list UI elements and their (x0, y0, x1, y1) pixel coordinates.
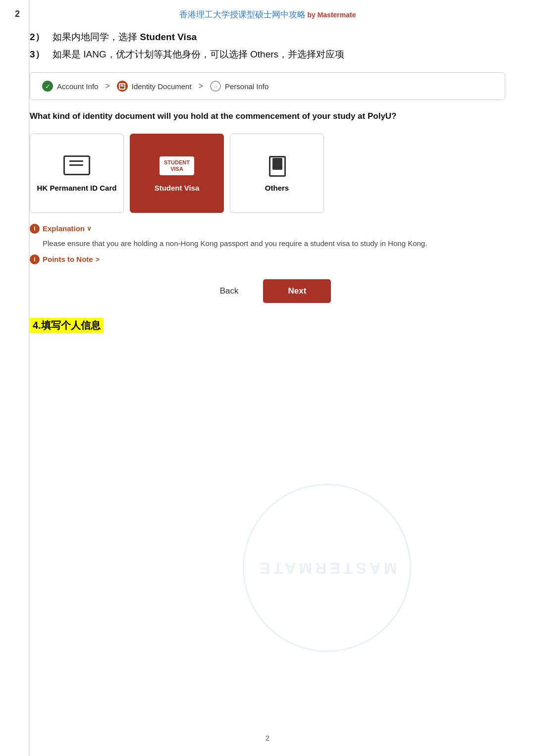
step-identity-doc[interactable]: Identity Document (117, 81, 192, 92)
buttons-row: Back Next (30, 279, 505, 303)
section-label-4: 4.填写个人信息 (30, 318, 104, 333)
page-number-top: 2 (15, 9, 20, 19)
point-text-2: 如果内地同学，选择 Student Visa (53, 30, 197, 45)
points-to-note-icon: i (30, 254, 40, 264)
point-bold-2: Student Visa (140, 32, 197, 42)
step-icon-active (117, 81, 128, 92)
points-to-note-label: Points to Note (43, 255, 93, 263)
others-icon (263, 155, 291, 177)
point-num-2: 2） (30, 30, 53, 45)
question-text: What kind of identity document will you … (30, 110, 505, 123)
svg-rect-1 (121, 86, 124, 87)
next-button[interactable]: Next (263, 279, 331, 303)
others-label: Others (265, 183, 289, 193)
student-visa-icon: STUDENTVISA (162, 155, 191, 177)
hk-permanent-label: HK Permanent ID Card (37, 183, 117, 193)
watermark-text: MASTERMATE (257, 559, 397, 577)
points-to-note-arrow: > (96, 255, 100, 263)
step-identity-doc-label: Identity Document (132, 82, 192, 91)
explanation-info-icon: i (30, 224, 40, 234)
hk-id-icon (62, 155, 91, 177)
vertical-divider (29, 0, 30, 756)
id-cards-row: HK Permanent ID Card STUDENTVISA Student… (30, 134, 505, 213)
watermark-container: MASTERMATE (228, 469, 426, 667)
points-to-note[interactable]: i Points to Note > (30, 254, 505, 264)
step-arrow-1: > (105, 82, 109, 91)
point-item-2: 2） 如果内地同学，选择 Student Visa (30, 30, 505, 45)
step-account-info-label: Account Info (57, 82, 98, 91)
explanation-chevron: ∨ (87, 225, 92, 232)
explanation-text: Please ensure that you are holding a non… (30, 238, 505, 250)
student-visa-label: Student Visa (155, 183, 200, 193)
page-number-bottom: 2 (0, 734, 535, 742)
explanation-section: i Explanation ∨ Please ensure that you a… (30, 224, 505, 250)
steps-bar: ✓ Account Info > Identity Document > ○ P… (30, 72, 505, 100)
step-icon-done: ✓ (42, 81, 53, 92)
point-item-3: 3） 如果是 IANG，优才计划等其他身份，可以选择 Others，并选择对应项 (30, 48, 505, 62)
watermark-circle: MASTERMATE (243, 484, 411, 652)
step-icon-pending: ○ (210, 81, 221, 92)
id-option-hk-permanent[interactable]: HK Permanent ID Card (30, 134, 124, 213)
step-arrow-2: > (199, 82, 203, 91)
visa-icon-text: STUDENTVISA (160, 156, 194, 175)
svg-rect-2 (121, 85, 124, 86)
explanation-toggle[interactable]: i Explanation ∨ (30, 224, 505, 234)
id-option-student-visa[interactable]: STUDENTVISA Student Visa (130, 134, 224, 213)
explanation-label: Explanation (43, 224, 85, 233)
step-personal-info[interactable]: ○ Personal Info (210, 81, 268, 92)
id-option-others[interactable]: Others (230, 134, 324, 213)
step-account-info[interactable]: ✓ Account Info (42, 81, 98, 92)
header-by-mastermate: by Mastermate (306, 11, 356, 19)
header-title: 香港理工大学授课型硕士网中攻略 by Mastermate (0, 0, 535, 25)
back-button[interactable]: Back (204, 279, 255, 303)
point-num-3: 3） (30, 48, 53, 62)
point-text-3: 如果是 IANG，优才计划等其他身份，可以选择 Others，并选择对应项 (53, 48, 344, 62)
step-personal-info-label: Personal Info (225, 82, 268, 91)
header-main-text: 香港理工大学授课型硕士网中攻略 (179, 10, 306, 19)
